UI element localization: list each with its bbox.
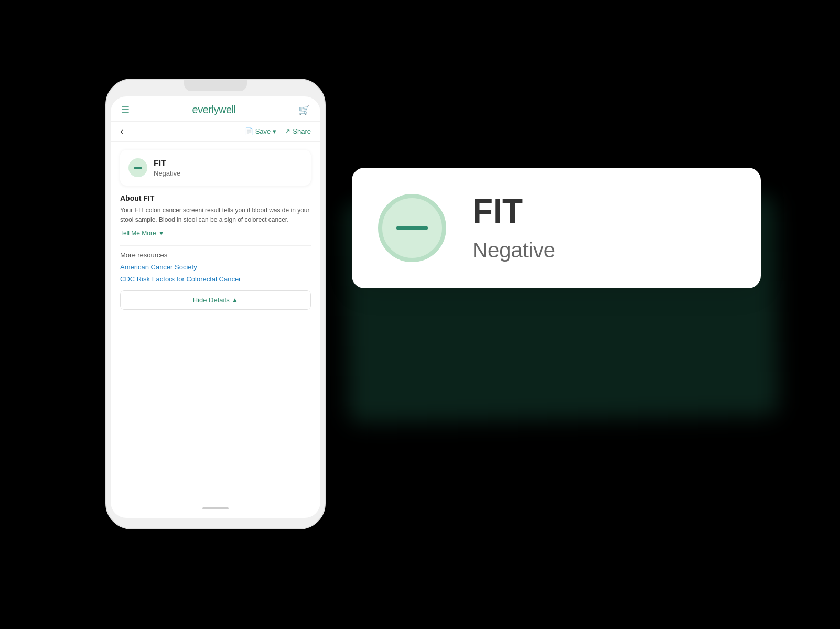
- minus-icon-small: [134, 167, 142, 169]
- result-card-phone: FIT Negative: [120, 150, 311, 186]
- test-name-phone: FIT: [154, 159, 180, 168]
- about-title: About FIT: [120, 194, 311, 202]
- minus-icon-large: [396, 226, 428, 230]
- phone-bottom-bar: [111, 502, 320, 518]
- hide-details-button[interactable]: Hide Details ▲: [120, 290, 311, 310]
- divider: [120, 245, 311, 246]
- phone-notch: [184, 80, 247, 91]
- about-body: Your FIT colon cancer screeni result tel…: [120, 205, 311, 224]
- status-icon-small: [128, 158, 147, 177]
- cart-icon[interactable]: 🛒: [298, 104, 310, 116]
- status-phone: Negative: [154, 169, 180, 177]
- result-text-phone: FIT Negative: [154, 159, 180, 177]
- scene: ☰ everlywell 🛒 ‹ 📄 Save ▾ ↗ Share: [79, 52, 761, 577]
- menu-icon[interactable]: ☰: [121, 104, 130, 116]
- phone-header: ☰ everlywell 🛒: [111, 96, 320, 122]
- phone-mockup: ☰ everlywell 🛒 ‹ 📄 Save ▾ ↗ Share: [105, 79, 326, 529]
- floating-result-card: FIT Negative: [352, 168, 761, 288]
- subheader-actions: 📄 Save ▾ ↗ Share: [245, 127, 311, 135]
- share-icon: ↗: [285, 127, 290, 135]
- tell-me-more-button[interactable]: Tell Me More ▼: [120, 230, 311, 237]
- share-button[interactable]: ↗ Share: [285, 127, 311, 135]
- resource-link-1[interactable]: CDC Risk Factors for Colorectal Cancer: [120, 275, 311, 283]
- save-button[interactable]: 📄 Save ▾: [245, 127, 277, 135]
- floating-status: Negative: [472, 238, 729, 262]
- back-button[interactable]: ‹: [120, 126, 123, 137]
- phone-screen: ☰ everlywell 🛒 ‹ 📄 Save ▾ ↗ Share: [111, 96, 320, 518]
- home-indicator: [202, 507, 229, 509]
- app-logo: everlywell: [192, 104, 236, 116]
- status-icon-large: [378, 194, 446, 262]
- resource-link-0[interactable]: American Cancer Society: [120, 263, 311, 271]
- floating-card-text: FIT Negative: [472, 194, 729, 262]
- resources-title: More resources: [120, 251, 311, 259]
- phone-content: FIT Negative About FIT Your FIT colon ca…: [111, 142, 320, 502]
- floating-test-name: FIT: [472, 194, 729, 228]
- phone-subheader: ‹ 📄 Save ▾ ↗ Share: [111, 122, 320, 142]
- chevron-down-icon: ▼: [158, 230, 165, 237]
- save-icon: 📄: [245, 127, 253, 135]
